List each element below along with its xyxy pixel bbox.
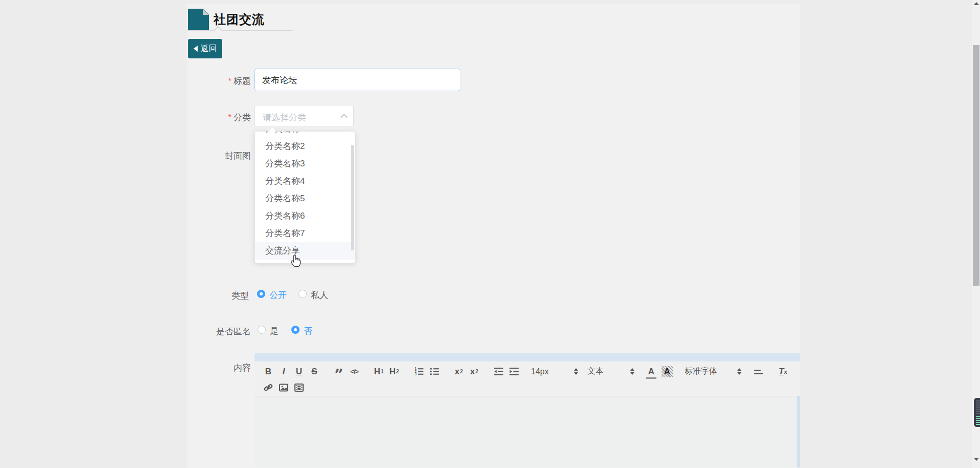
italic-icon[interactable]: I	[278, 365, 290, 378]
dropdown-option[interactable]: 分类名称3	[255, 155, 355, 173]
meter-gray-bars	[976, 400, 980, 415]
dropdown-option[interactable]: 分类名称4	[255, 173, 355, 190]
scroll-down-icon[interactable]	[974, 458, 979, 461]
radio-anonymous-no-label[interactable]: 否	[304, 325, 312, 337]
superscript-icon[interactable]: x2	[468, 365, 480, 378]
category-select-placeholder: 请选择分类	[263, 112, 306, 123]
dropdown-scrollbar-thumb[interactable]	[351, 145, 354, 250]
category-dropdown: 分类名称1 分类名称2 分类名称3 分类名称4 分类名称5 分类名称6 分类名称…	[254, 131, 355, 263]
video-icon[interactable]	[293, 381, 305, 394]
floating-meter-widget[interactable]	[974, 398, 980, 427]
radio-public-label[interactable]: 公开	[269, 289, 287, 301]
blockquote-icon[interactable]: ”	[333, 365, 345, 378]
header-1-icon[interactable]: H1	[373, 365, 385, 378]
radio-private[interactable]	[299, 290, 307, 298]
picker-arrows-icon	[737, 368, 741, 375]
editor-content-area[interactable]	[254, 396, 800, 467]
code-icon[interactable]: </>	[348, 365, 360, 378]
picker-arrows-icon	[574, 368, 578, 375]
strikethrough-icon[interactable]: S	[308, 365, 321, 378]
bold-icon[interactable]: B	[262, 365, 274, 378]
text-style-value: 文本	[587, 366, 604, 377]
bullet-list-icon[interactable]	[428, 365, 440, 378]
page: 社团交流 返回 *标题 *分类 请选择分类 封面图 分类名称1 分类名称2 分类…	[0, 0, 980, 468]
chevron-up-icon	[340, 114, 348, 121]
ordered-list-icon[interactable]: 123	[413, 365, 425, 378]
type-field-label: 类型	[172, 290, 249, 302]
required-asterisk: *	[228, 113, 231, 122]
title-underline	[187, 30, 292, 31]
align-icon[interactable]	[752, 365, 764, 378]
text-style-picker[interactable]: 文本	[587, 366, 634, 377]
cover-field-label: 封面图	[174, 150, 251, 162]
text-color-icon[interactable]: A	[645, 365, 657, 378]
required-asterisk: *	[228, 76, 231, 86]
page-title: 社团交流	[214, 11, 265, 28]
underline-icon[interactable]: U	[293, 365, 305, 378]
radio-anonymous-no[interactable]	[291, 326, 300, 334]
triangle-left-icon	[194, 46, 198, 52]
font-family-value: 标准字体	[685, 366, 717, 377]
editor-scrollbar[interactable]	[797, 396, 800, 467]
title-input[interactable]	[254, 69, 460, 91]
editor-toolbar: B I U S ” </> H1 H2 123	[254, 361, 800, 396]
dropdown-option[interactable]: 分类名称6	[255, 207, 355, 225]
font-family-picker[interactable]: 标准字体	[685, 366, 741, 377]
radio-private-label[interactable]: 私人	[311, 289, 328, 301]
dropdown-option-hovered[interactable]: 交流分享	[255, 242, 355, 260]
dropdown-option[interactable]: 分类名称7	[255, 225, 355, 242]
page-scrollbar-thumb[interactable]	[973, 45, 979, 286]
indent-icon[interactable]	[508, 365, 520, 378]
font-size-value: 14px	[531, 367, 549, 376]
background-color-icon[interactable]: A	[661, 365, 674, 378]
title-field-label: *标题	[174, 75, 251, 87]
content-field-label: 内容	[174, 362, 251, 374]
back-button-label: 返回	[201, 44, 217, 54]
radio-anonymous-yes-label[interactable]: 是	[270, 325, 279, 337]
svg-text:3: 3	[415, 372, 417, 376]
header-2-icon[interactable]: H2	[388, 365, 400, 378]
editor-top-accent-bar	[254, 353, 800, 361]
meter-green-bars	[976, 416, 980, 425]
radio-anonymous-yes[interactable]	[258, 326, 266, 334]
picker-arrows-icon	[630, 368, 634, 375]
clear-format-icon[interactable]: Tx	[777, 365, 789, 378]
scroll-up-icon[interactable]	[974, 2, 979, 5]
category-select[interactable]: 请选择分类	[254, 105, 354, 127]
document-fold-icon	[188, 9, 209, 30]
link-icon[interactable]	[262, 381, 274, 394]
font-size-picker[interactable]: 14px	[531, 367, 578, 376]
anonymous-field-label: 是否匿名	[174, 326, 251, 337]
dropdown-option[interactable]: 分类名称2	[255, 138, 355, 155]
rich-text-editor: B I U S ” </> H1 H2 123	[254, 353, 800, 468]
radio-public[interactable]	[257, 290, 265, 298]
hand-pointer-icon	[288, 252, 302, 269]
subscript-icon[interactable]: x2	[453, 365, 465, 378]
back-button[interactable]: 返回	[188, 39, 222, 58]
outdent-icon[interactable]	[493, 365, 505, 378]
image-icon[interactable]	[278, 381, 290, 394]
dropdown-option[interactable]: 分类名称5	[255, 190, 355, 207]
category-field-label: *分类	[174, 112, 251, 123]
